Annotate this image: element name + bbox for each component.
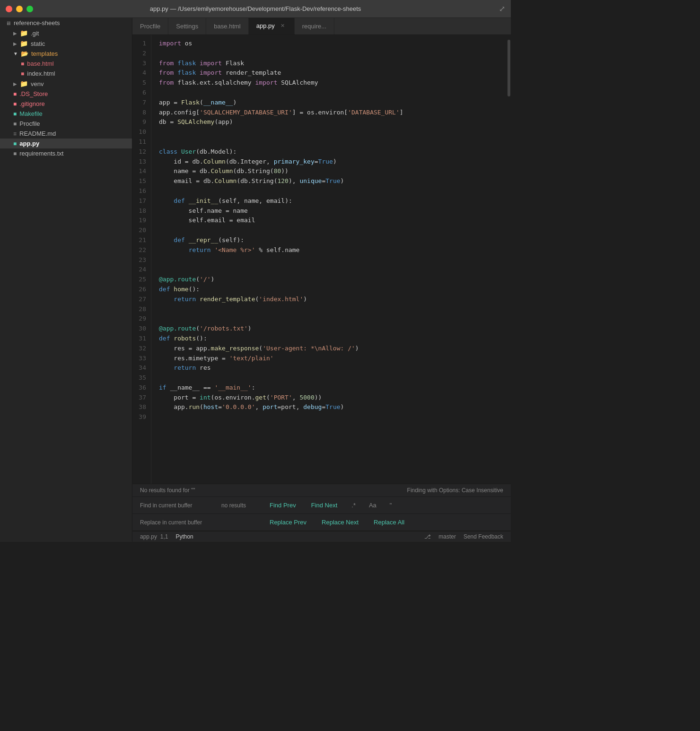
status-filename: app.py 1,1 <box>140 533 168 540</box>
sidebar-item-makefile-label: Makefile <box>19 110 42 117</box>
code-line-15: email = db.Column(db.String(120), unique… <box>159 176 507 186</box>
scrollbar[interactable] <box>507 35 511 484</box>
sidebar-item-git[interactable]: ▶ 📁 .git <box>0 28 132 38</box>
tab-require[interactable]: require... <box>295 18 334 35</box>
sidebar-item-readme[interactable]: ≡ README.md <box>0 129 132 139</box>
sidebar-item-gitignore[interactable]: ■ .gitignore <box>0 99 132 109</box>
sidebar: 🖥 reference-sheets ▶ 📁 .git ▶ 📁 static ▼… <box>0 18 132 542</box>
code-line-31: def robots(): <box>159 334 507 344</box>
tab-procfile-label: Procfile <box>140 23 160 30</box>
find-result-label: no results <box>221 502 259 509</box>
file-txt-icon: ■ <box>13 150 17 157</box>
send-feedback-button[interactable]: Send Feedback <box>464 533 503 540</box>
minimize-button[interactable] <box>16 6 23 12</box>
file-make-icon: ■ <box>13 111 17 117</box>
sidebar-item-ds-store-label: .DS_Store <box>19 90 48 97</box>
tab-app-py-label: app.py <box>256 22 275 29</box>
code-line-2 <box>159 49 507 59</box>
replace-next-button[interactable]: Replace Next <box>317 517 363 528</box>
file-ds-icon: ■ <box>13 91 17 97</box>
file-git-icon: ■ <box>13 101 17 107</box>
status-right: ⎇ master Send Feedback <box>424 533 503 540</box>
sidebar-root[interactable]: 🖥 reference-sheets <box>0 18 132 28</box>
sidebar-item-index-html[interactable]: ■ index.html <box>0 69 132 78</box>
replace-prev-button[interactable]: Replace Prev <box>265 517 311 528</box>
expand-icon[interactable]: ⤢ <box>499 4 505 13</box>
sidebar-item-gitignore-label: .gitignore <box>19 100 44 107</box>
scrollbar-thumb[interactable] <box>508 40 510 96</box>
line-numbers: 12345 678910 1112131415 1617181920 21222… <box>132 35 151 484</box>
sidebar-item-venv[interactable]: ▶ 📁 venv <box>0 78 132 89</box>
code-line-4: from flask import render_template <box>159 68 507 78</box>
sidebar-item-templates-label: templates <box>31 50 58 57</box>
maximize-button[interactable] <box>26 6 33 12</box>
code-line-33: res.mimetype = 'text/plain' <box>159 354 507 364</box>
window-controls[interactable] <box>6 6 33 12</box>
regex-option-button[interactable]: .* <box>348 500 359 511</box>
folder-git-icon: 📁 <box>20 29 28 37</box>
sidebar-item-apppy-label: app.py <box>19 140 39 147</box>
editor-area[interactable]: 12345 678910 1112131415 1617181920 21222… <box>132 35 511 484</box>
code-line-1: import os <box>159 39 507 49</box>
titlebar: app.py — /Users/emilyemorehouse/Developm… <box>0 0 511 18</box>
sidebar-item-requirements[interactable]: ■ requirements.txt <box>0 148 132 158</box>
folder-static-icon: 📁 <box>20 40 28 47</box>
code-line-24 <box>159 265 507 275</box>
tab-app-py[interactable]: app.py ✕ <box>249 18 295 35</box>
chevron-down-icon-templates: ▼ <box>13 51 18 56</box>
code-line-7: app = Flask(__name__) <box>159 98 507 108</box>
code-line-12: class User(db.Model): <box>159 147 507 157</box>
replace-all-button[interactable]: Replace All <box>369 517 409 528</box>
code-editor[interactable]: import os from flask import Flask from f… <box>151 35 507 484</box>
sidebar-item-templates[interactable]: ▼ 📂 templates <box>0 49 132 59</box>
code-line-9: db = SQLAlchemy(app) <box>159 117 507 127</box>
tab-require-label: require... <box>302 23 326 30</box>
status-bar: app.py 1,1 Python ⎇ master Send Feedback <box>132 531 511 542</box>
sidebar-item-static[interactable]: ▶ 📁 static <box>0 38 132 49</box>
sidebar-item-requirements-label: requirements.txt <box>19 150 63 157</box>
sidebar-item-readme-label: README.md <box>19 130 56 137</box>
file-py-icon: ■ <box>13 140 17 147</box>
code-line-28 <box>159 305 507 314</box>
code-line-11 <box>159 137 507 147</box>
status-file-label: app.py <box>140 533 157 540</box>
case-option-button[interactable]: Aa <box>365 500 380 511</box>
folder-templates-icon: 📂 <box>21 50 28 57</box>
tabs-bar: Procfile Settings base.html app.py ✕ req… <box>132 18 511 35</box>
sidebar-item-procfile[interactable]: ■ Procfile <box>0 119 132 129</box>
sidebar-item-git-label: .git <box>31 30 39 37</box>
find-next-button[interactable]: Find Next <box>306 500 342 511</box>
chevron-right-icon: ▶ <box>13 31 17 36</box>
file-proc-icon: ■ <box>13 121 17 127</box>
git-branch-icon: ⎇ <box>424 533 431 540</box>
code-line-36: if __name__ == '__main__': <box>159 383 507 393</box>
whole-word-option-button[interactable]: " <box>386 500 396 511</box>
find-status-bar: No results found for "" Finding with Opt… <box>132 484 511 497</box>
code-line-23 <box>159 255 507 265</box>
code-line-13: id = db.Column(db.Integer, primary_key=T… <box>159 157 507 167</box>
file-html-icon: ■ <box>21 61 24 67</box>
find-options-text: Finding with Options: Case Insensitive <box>407 487 503 494</box>
sidebar-item-base-html[interactable]: ■ base.html <box>0 59 132 69</box>
code-line-5: from flask.ext.sqlalchemy import SQLAlch… <box>159 78 507 88</box>
sidebar-item-venv-label: venv <box>31 80 44 87</box>
replace-label: Replace in current buffer <box>140 519 216 526</box>
close-button[interactable] <box>6 6 12 12</box>
tab-base-html[interactable]: base.html <box>206 18 248 35</box>
sidebar-item-apppy[interactable]: ■ app.py <box>0 139 132 148</box>
sidebar-item-makefile[interactable]: ■ Makefile <box>0 109 132 119</box>
code-line-26: def home(): <box>159 285 507 295</box>
code-line-18: self.name = name <box>159 206 507 216</box>
find-prev-button[interactable]: Find Prev <box>265 500 301 511</box>
code-line-14: name = db.Column(db.String(80)) <box>159 166 507 176</box>
sidebar-item-ds-store[interactable]: ■ .DS_Store <box>0 89 132 99</box>
tab-procfile[interactable]: Procfile <box>132 18 168 35</box>
code-line-34: return res <box>159 363 507 373</box>
tab-close-icon[interactable]: ✕ <box>279 22 287 30</box>
find-replace-panel: No results found for "" Finding with Opt… <box>132 484 511 531</box>
status-language: Python <box>175 533 193 540</box>
find-label: Find in current buffer <box>140 502 216 509</box>
sidebar-root-label: reference-sheets <box>14 19 60 26</box>
code-line-35 <box>159 373 507 383</box>
tab-settings[interactable]: Settings <box>168 18 206 35</box>
